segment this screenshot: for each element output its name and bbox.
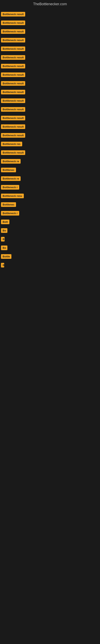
bottleneck-badge[interactable]: Bottleneck res: [1, 142, 22, 146]
list-item: Bottleneck result: [1, 80, 99, 88]
bottleneck-badge[interactable]: Bottleneck result: [1, 90, 25, 94]
bottleneck-badge[interactable]: Bottleneck result: [1, 46, 25, 51]
list-item: Bottle: [1, 252, 99, 261]
list-item: Bottleneck result: [1, 149, 99, 158]
list-item: Bottleneck result: [1, 71, 99, 80]
list-item: Bottleneck result: [1, 36, 99, 45]
list-item: Bottleneck result: [1, 114, 99, 123]
bottleneck-badge[interactable]: Bottleneck resu: [1, 194, 24, 198]
list-item: Bottleneck res: [1, 140, 99, 149]
list-item: Bottleneck result: [1, 45, 99, 54]
bottleneck-badge[interactable]: Bottlenec: [1, 202, 16, 207]
bottleneck-badge[interactable]: Bottleneck result: [1, 12, 25, 16]
bottleneck-badge[interactable]: Bottleneck result: [1, 98, 25, 103]
bottleneck-badge[interactable]: B: [1, 237, 4, 242]
bottleneck-badge[interactable]: Bottleneck result: [1, 20, 25, 25]
bottleneck-badge[interactable]: Bottleneck result: [1, 107, 25, 112]
bottleneck-badge[interactable]: Bottleneck result: [1, 81, 25, 86]
list-item: Bottleneck result: [1, 28, 99, 36]
list-item: B: [1, 261, 99, 270]
list-item: Bottleneck result: [1, 106, 99, 114]
bottleneck-badge[interactable]: Bottleneck result: [1, 124, 25, 129]
bottleneck-badge[interactable]: Bottleneck re: [1, 159, 21, 164]
bottleneck-badge[interactable]: Bottleneck re: [1, 176, 21, 181]
bottleneck-badge[interactable]: B: [1, 263, 4, 268]
bottleneck-badge[interactable]: Bottleneck result: [1, 116, 25, 120]
site-title: TheBottlenecker.com: [0, 0, 100, 9]
bottleneck-badge[interactable]: Bott: [1, 220, 9, 224]
list-item: Bottleneck result: [1, 97, 99, 106]
bottleneck-badge[interactable]: Bottleneck r: [1, 185, 19, 190]
list-item: Bottleneck result: [1, 19, 99, 28]
list-item: Bottleneck result: [1, 54, 99, 62]
list-item: Bott: [1, 218, 99, 226]
list-item: Bottleneck result: [1, 10, 99, 19]
list-item: Bottleneck re: [1, 158, 99, 166]
bottleneck-badge[interactable]: Bottlenec: [1, 168, 16, 172]
bottleneck-badge[interactable]: Bottleneck result: [1, 150, 25, 155]
list-item: Bottleneck result: [1, 132, 99, 140]
list-item: Bottlenec: [1, 166, 99, 175]
bottleneck-badge[interactable]: Bottleneck result: [1, 38, 25, 42]
list-item: B: [1, 235, 99, 244]
list-item: Bottleneck r: [1, 183, 99, 192]
bottleneck-badge[interactable]: Bottleneck r: [1, 211, 19, 216]
bottleneck-badge[interactable]: Bottleneck result: [1, 29, 25, 34]
bottleneck-badge[interactable]: Bottleneck result: [1, 55, 25, 60]
list-item: Bottleneck result: [1, 123, 99, 132]
bottleneck-badge[interactable]: Bottleneck result: [1, 72, 25, 77]
list-item: Bottlenec: [1, 201, 99, 209]
bottleneck-badge[interactable]: Bottleneck result: [1, 133, 25, 138]
list-item: Bo: [1, 226, 99, 235]
bottleneck-badge[interactable]: Bottle: [1, 254, 11, 259]
list-item: Bo: [1, 244, 99, 252]
list-item: Bottleneck result: [1, 62, 99, 71]
bottleneck-badge[interactable]: Bottleneck result: [1, 64, 25, 68]
list-item: Bottleneck resu: [1, 192, 99, 201]
list-item: Bottleneck r: [1, 209, 99, 218]
bottleneck-badge[interactable]: Bo: [1, 246, 7, 250]
list-item: Bottleneck re: [1, 175, 99, 183]
items-container: Bottleneck resultBottleneck resultBottle…: [0, 9, 100, 271]
list-item: Bottleneck result: [1, 88, 99, 97]
bottleneck-badge[interactable]: Bo: [1, 228, 7, 233]
